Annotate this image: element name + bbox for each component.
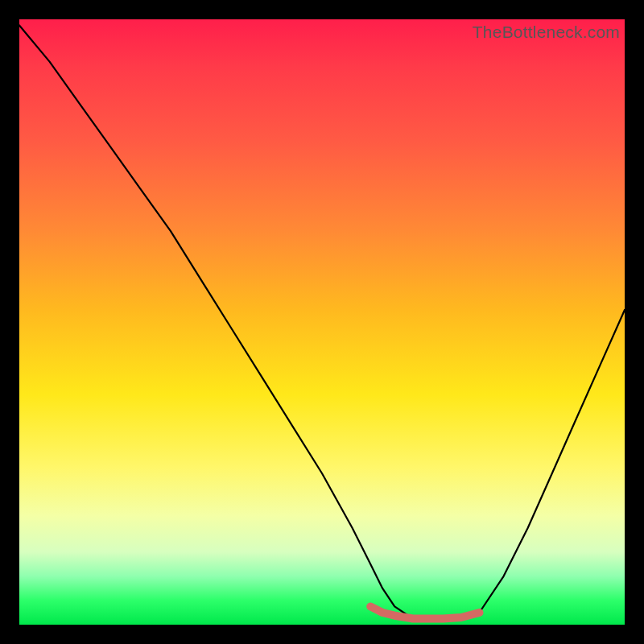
- bottleneck-curve: [19, 19, 625, 625]
- chart-frame: TheBottleneck.com: [0, 0, 644, 644]
- curve-path: [19, 26, 625, 619]
- flat-zone-marker: [370, 606, 479, 618]
- plot-area: TheBottleneck.com: [19, 19, 625, 625]
